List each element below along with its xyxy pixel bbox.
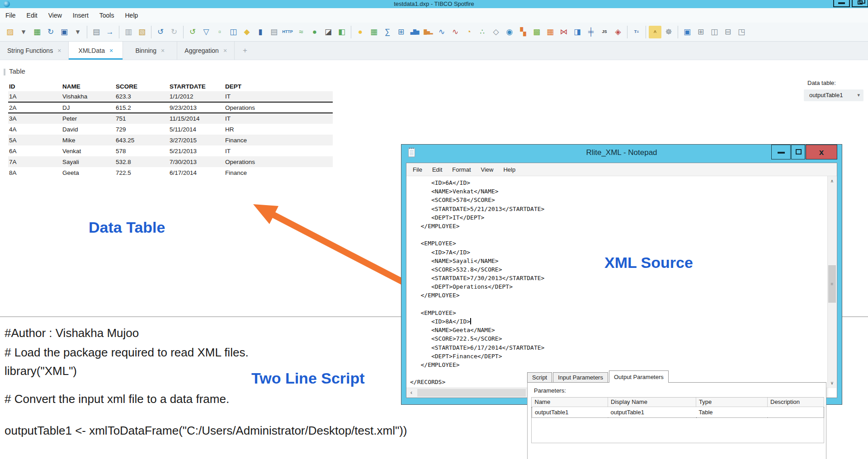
visualization-grip[interactable]: [4, 69, 5, 75]
save-dropdown-icon[interactable]: ▾: [71, 26, 84, 38]
notepad-minimize-button[interactable]: [771, 145, 791, 159]
kpi-chart-icon[interactable]: ▦: [544, 26, 557, 38]
data-table-selector[interactable]: outputTable1 ▾: [804, 89, 863, 101]
parameters-tab-input-parameters[interactable]: Input Parameters: [553, 372, 608, 383]
add-data-tables-icon[interactable]: ▦: [31, 26, 43, 38]
notepad-menu-file[interactable]: File: [413, 166, 422, 173]
tab-close-icon[interactable]: ×: [109, 47, 113, 54]
recommendations-icon[interactable]: ●: [354, 26, 367, 38]
scroll-left-icon[interactable]: ‹: [406, 388, 416, 398]
param-column-name[interactable]: Name: [532, 398, 608, 407]
table-row[interactable]: 3APeter75111/15/2014IT: [8, 113, 333, 124]
parameters-tab-script[interactable]: Script: [527, 372, 552, 383]
table-row[interactable]: 7ASayali532.87/30/2013Operations: [8, 156, 333, 167]
format-text-icon[interactable]: A: [649, 26, 661, 38]
column-organizer-icon[interactable]: ◫: [227, 26, 240, 38]
menu-help[interactable]: Help: [125, 12, 138, 19]
minimize-button[interactable]: [833, 0, 850, 7]
notepad-close-button[interactable]: x: [806, 145, 837, 159]
line-chart-icon[interactable]: ∿: [435, 26, 448, 38]
menu-tools[interactable]: Tools: [99, 12, 114, 19]
waterfall-chart-icon[interactable]: █▅▂: [422, 26, 434, 38]
param-column-type[interactable]: Type: [696, 398, 768, 407]
tab-binning[interactable]: Binning×: [123, 42, 177, 60]
layout-side-by-side-icon[interactable]: ◫: [708, 26, 721, 38]
maximize-visualization-icon[interactable]: ◳: [735, 26, 748, 38]
column-header-startdate[interactable]: STARTDATE: [169, 81, 224, 91]
undo-icon[interactable]: ↺: [154, 26, 167, 38]
notepad-text[interactable]: <ID>6A</ID> <NAME>Venkat</NAME> <SCORE>5…: [410, 178, 544, 387]
column-header-score[interactable]: SCORE: [115, 81, 169, 91]
save-icon[interactable]: ▣: [58, 26, 71, 38]
document-properties-icon[interactable]: ☸: [662, 26, 675, 38]
notepad-menu-help[interactable]: Help: [503, 166, 515, 173]
reload-data-icon[interactable]: ↻: [44, 26, 57, 38]
export-presentation-icon[interactable]: →: [104, 26, 116, 38]
column-header-dept[interactable]: DEPT: [224, 81, 333, 91]
scroll-down-icon[interactable]: ∨: [828, 378, 836, 388]
scrollbar-thumb[interactable]: ≡: [828, 265, 836, 303]
table-row[interactable]: 4ADavid7295/11/2014HR: [8, 124, 333, 135]
menu-edit[interactable]: Edit: [27, 12, 38, 19]
open-file-icon[interactable]: ▨: [4, 26, 16, 38]
table-row[interactable]: 1AVishakha623.31/1/2012IT: [8, 91, 333, 102]
scatter-plot-icon[interactable]: ∴: [476, 26, 489, 38]
notepad-menu-edit[interactable]: Edit: [432, 166, 442, 173]
comments-icon[interactable]: ●: [308, 26, 321, 38]
text-area-icon[interactable]: T≡: [630, 26, 643, 38]
tab-close-icon[interactable]: ×: [161, 47, 165, 54]
new-table-icon[interactable]: ▦: [368, 26, 380, 38]
table-row[interactable]: 2ADJ615.29/23/2013Operations: [8, 102, 333, 113]
param-column-display-name[interactable]: Display Name: [608, 398, 696, 407]
filter-icon[interactable]: ▽: [200, 26, 212, 38]
notepad-vertical-scrollbar[interactable]: ∧ ≡ ∨: [827, 176, 836, 388]
parameter-row[interactable]: outputTable1outputTable1Table: [532, 407, 824, 417]
restore-button[interactable]: [852, 0, 868, 7]
scrollbar-thumb[interactable]: [417, 389, 526, 397]
scatter-3d-icon[interactable]: ◇: [490, 26, 502, 38]
notepad-menu-format[interactable]: Format: [452, 166, 471, 173]
column-header-id[interactable]: ID: [8, 81, 61, 91]
box-plot-icon[interactable]: ╪: [585, 26, 597, 38]
pie-chart-icon[interactable]: ◔: [462, 26, 475, 38]
layout-rows-icon[interactable]: ⊟: [722, 26, 734, 38]
table-row[interactable]: 5AMike643.253/27/2015Finance: [8, 135, 333, 145]
graphical-table-icon[interactable]: ◈: [612, 26, 624, 38]
duplicate-page-icon[interactable]: ▤: [268, 26, 280, 38]
copy-icon[interactable]: ▥: [122, 26, 135, 38]
scroll-up-icon[interactable]: ∧: [828, 176, 836, 186]
combination-chart-icon[interactable]: ∿: [449, 26, 462, 38]
menu-file[interactable]: File: [5, 12, 16, 19]
column-header-name[interactable]: NAME: [61, 81, 115, 91]
heat-map-icon[interactable]: ▩: [530, 26, 543, 38]
treemap-icon[interactable]: ▚: [517, 26, 529, 38]
add-content-icon[interactable]: ◧: [335, 26, 348, 38]
redo-icon[interactable]: ↻: [168, 26, 180, 38]
layout-stack-icon[interactable]: ▣: [681, 26, 693, 38]
notepad-menu-view[interactable]: View: [481, 166, 494, 173]
table-row[interactable]: 8AGeeta722.56/17/2014Finance: [8, 167, 333, 178]
paste-icon[interactable]: ▧: [136, 26, 148, 38]
cross-table-icon[interactable]: ⊞: [395, 26, 407, 38]
map-chart-icon[interactable]: ◉: [503, 26, 516, 38]
bookmarks-icon[interactable]: ▮: [254, 26, 267, 38]
tab-aggregation[interactable]: Aggregation×: [177, 42, 235, 60]
details-visualization-icon[interactable]: ◨: [571, 26, 584, 38]
tab-close-icon[interactable]: ×: [57, 47, 61, 54]
print-icon[interactable]: ▤: [90, 26, 103, 38]
parameters-tab-output-parameters[interactable]: Output Parameters: [609, 370, 669, 383]
tags-icon[interactable]: ◆: [241, 26, 253, 38]
web-page-icon[interactable]: HTTP: [281, 26, 294, 38]
summary-table-icon[interactable]: ∑: [381, 26, 394, 38]
marking-icon[interactable]: ▫: [213, 26, 226, 38]
new-page-button[interactable]: +: [235, 42, 255, 60]
parallel-coordinate-icon[interactable]: ⋈: [557, 26, 570, 38]
display-mode-icon[interactable]: ◪: [322, 26, 335, 38]
menu-view[interactable]: View: [48, 12, 62, 19]
menu-insert[interactable]: Insert: [73, 12, 89, 19]
tab-close-icon[interactable]: ×: [223, 47, 227, 54]
data-relationships-icon[interactable]: ≈: [295, 26, 307, 38]
tab-xmldata[interactable]: XMLData×: [69, 42, 123, 60]
param-column-description[interactable]: Description: [768, 398, 824, 407]
notepad-maximize-button[interactable]: [791, 145, 805, 159]
